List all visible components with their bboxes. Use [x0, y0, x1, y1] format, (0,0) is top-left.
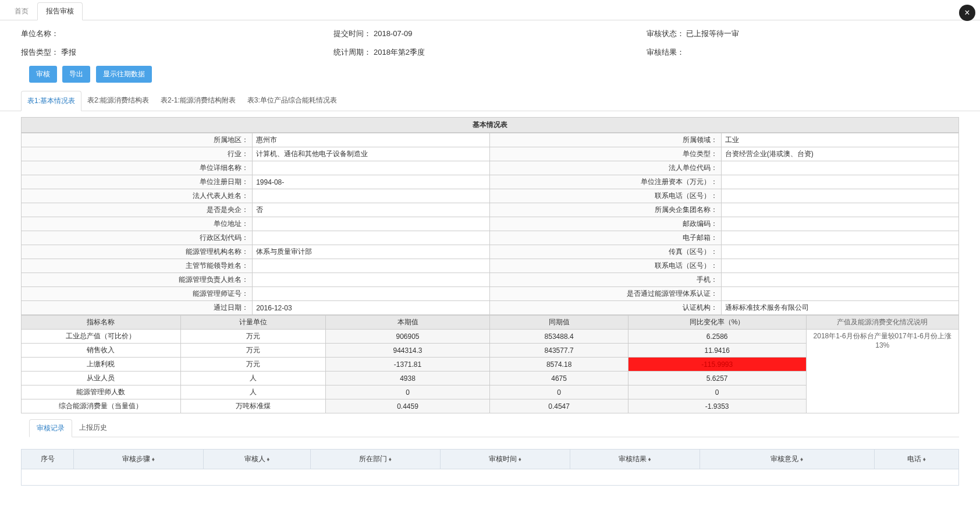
tab-home[interactable]: 首页: [6, 2, 37, 20]
kv-label-right: 手机：: [490, 273, 721, 287]
panel-title: 基本情况表: [21, 117, 959, 133]
ind-change: -1.9353: [628, 399, 806, 413]
kv-row: 单位地址：邮政编码：: [22, 217, 959, 231]
submit-time-label: 提交时间：: [333, 29, 371, 38]
close-icon[interactable]: ×: [959, 5, 975, 21]
th-step[interactable]: 审核步骤: [74, 450, 204, 469]
kv-label-right: 所属央企集团名称：: [490, 203, 721, 217]
show-history-button[interactable]: 显示往期数据: [96, 66, 152, 83]
kv-row: 单位注册日期：1994-08-单位注册资本（万元）：: [22, 175, 959, 189]
th-opinion[interactable]: 审核意见: [700, 450, 874, 469]
kv-value-left: 计算机、通信和其他电子设备制造业: [253, 147, 490, 161]
kv-value-left: 惠州市: [253, 133, 490, 147]
th-time[interactable]: 审核时间: [440, 450, 570, 469]
kv-value-right: [721, 161, 958, 175]
ind-unit: 人: [180, 372, 325, 385]
ind-change: 11.9416: [628, 344, 806, 358]
kv-row: 是否是央企：否所属央企集团名称：: [22, 203, 959, 217]
kv-value-right: [721, 175, 958, 189]
kv-label-left: 单位注册日期：: [22, 175, 253, 189]
kv-row: 主管节能领导姓名：联系电话（区号）：: [22, 259, 959, 273]
ind-current: -1371.81: [325, 358, 490, 372]
kv-label-right: 是否通过能源管理体系认证：: [490, 287, 721, 301]
ind-prev: 0.4547: [490, 399, 628, 413]
th-phone[interactable]: 电话: [874, 450, 958, 469]
close-icon-glyph: ×: [964, 8, 970, 18]
tab-table2-1[interactable]: 表2-1:能源消费结构附表: [155, 91, 242, 111]
kv-label-right: 法人单位代码：: [490, 161, 721, 175]
header-report-type: 报告类型： 季报: [21, 47, 333, 58]
th-prev: 同期值: [490, 316, 628, 330]
th-seq[interactable]: 序号: [22, 450, 74, 469]
report-type-label: 报告类型：: [21, 48, 59, 56]
kv-value-left: 否: [253, 203, 490, 217]
kv-value-left: 体系与质量审计部: [253, 245, 490, 259]
ind-name: 综合能源消费量（当量值）: [22, 399, 181, 413]
kv-label-left: 法人代表人姓名：: [22, 189, 253, 203]
ind-unit: 万元: [180, 330, 325, 344]
kv-row: 能源管理师证号：是否通过能源管理体系认证：: [22, 287, 959, 301]
kv-label-right: 联系电话（区号）：: [490, 189, 721, 203]
tab-table3[interactable]: 表3:单位产品综合能耗情况表: [242, 91, 343, 111]
kv-value-left: [253, 161, 490, 175]
th-dept[interactable]: 所在部门: [310, 450, 440, 469]
kv-label-left: 所属地区：: [22, 133, 253, 147]
th-result[interactable]: 审核结果: [570, 450, 700, 469]
kv-value-right: [721, 287, 958, 301]
button-row: 审核 导出 显示往期数据: [0, 60, 980, 91]
th-change: 同比变化率（%）: [628, 316, 806, 330]
submit-time-value: 2018-07-09: [374, 29, 413, 38]
tab-audit-records[interactable]: 审核记录: [29, 419, 72, 437]
tab-report-audit[interactable]: 报告审核: [37, 2, 83, 20]
th-note: 产值及能源消费变化情况说明: [806, 316, 958, 330]
kv-label-left: 是否是央企：: [22, 203, 253, 217]
kv-value-left: [253, 217, 490, 231]
ind-unit: 万吨标准煤: [180, 399, 325, 413]
kv-value-right: [721, 231, 958, 245]
ind-change: -115.9993: [628, 358, 806, 372]
kv-value-left: 1994-08-: [253, 175, 490, 189]
header-info: 单位名称： 提交时间： 2018-07-09 审核状态： 已上报等待一审 报告类…: [0, 20, 980, 60]
kv-value-right: [721, 217, 958, 231]
th-current: 本期值: [325, 316, 490, 330]
kv-label-left: 行政区划代码：: [22, 231, 253, 245]
kv-value-right: 通标标准技术服务有限公司: [721, 301, 958, 315]
kv-value-right: [721, 189, 958, 203]
header-audit-result: 审核结果：: [647, 47, 959, 58]
ind-prev: 0: [490, 385, 628, 399]
kv-label-right: 单位类型：: [490, 147, 721, 161]
kv-value-left: [253, 189, 490, 203]
export-button[interactable]: 导出: [62, 66, 90, 83]
kv-label-left: 通过日期：: [22, 301, 253, 315]
kv-label-right: 所属领域：: [490, 133, 721, 147]
kv-label-left: 能源管理机构名称：: [22, 245, 253, 259]
note-cell: 2018年1-6月份标台产量较017年1-6月份上涨13%: [806, 330, 958, 413]
header-submit-time: 提交时间： 2018-07-09: [333, 29, 646, 39]
kv-label-left: 单位详细名称：: [22, 161, 253, 175]
header-audit-status: 审核状态： 已上报等待一审: [647, 29, 959, 39]
indicator-table: 指标名称 计量单位 本期值 同期值 同比变化率（%） 产值及能源消费变化情况说明…: [21, 315, 959, 413]
ind-change: 5.6257: [628, 372, 806, 385]
audit-button[interactable]: 审核: [29, 66, 57, 83]
audit-status-label: 审核状态：: [647, 29, 684, 38]
header-unit-name: 单位名称：: [21, 29, 333, 39]
kv-value-left: [253, 231, 490, 245]
kv-value-left: [253, 273, 490, 287]
tab-table1[interactable]: 表1:基本情况表: [21, 91, 81, 111]
ind-prev: 8574.18: [490, 358, 628, 372]
kv-value-left: [253, 287, 490, 301]
ind-prev: 843577.7: [490, 344, 628, 358]
tab-report-history[interactable]: 上报历史: [72, 419, 114, 437]
kv-label-left: 主管节能领导姓名：: [22, 259, 253, 273]
ind-current: 944314.3: [325, 344, 490, 358]
th-indicator-name: 指标名称: [22, 316, 181, 330]
audit-result-label: 审核结果：: [647, 48, 684, 56]
kv-value-right: 台资经营企业(港或澳、台资): [721, 147, 958, 161]
kv-label-right: 邮政编码：: [490, 217, 721, 231]
ind-name: 上缴利税: [22, 358, 181, 372]
th-person[interactable]: 审核人: [203, 450, 310, 469]
kv-row: 行政区划代码：电子邮箱：: [22, 231, 959, 245]
audit-records-table: 序号 审核步骤 审核人 所在部门 审核时间 审核结果 审核意见 电话: [21, 449, 959, 486]
tab-table2[interactable]: 表2:能源消费结构表: [81, 91, 155, 111]
bottom-tabs: 审核记录 上报历史: [29, 419, 959, 437]
